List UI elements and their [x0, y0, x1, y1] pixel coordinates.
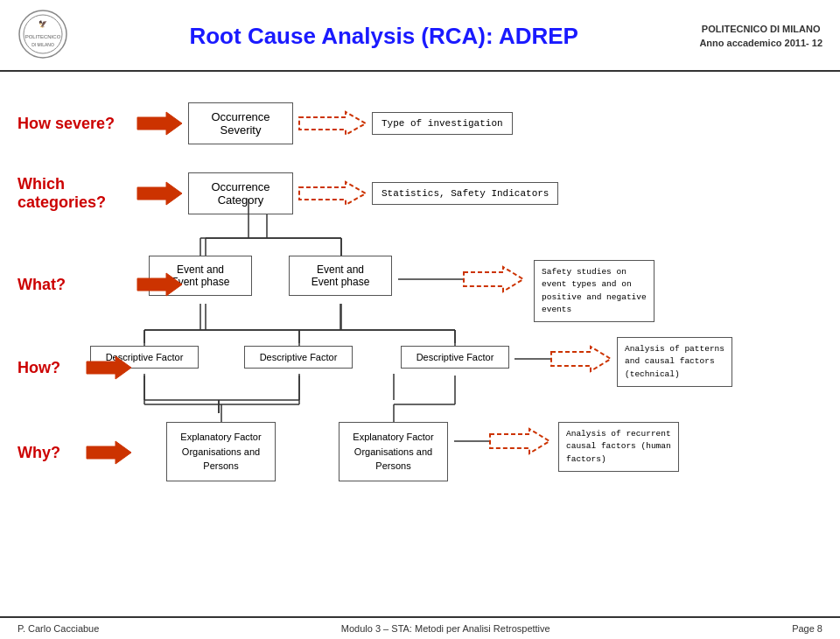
row-why: Why?: [18, 439, 137, 466]
info-type-investigation: Type of investigation: [372, 112, 513, 135]
row-what: What?: [18, 271, 188, 298]
question-how: How?: [18, 359, 80, 377]
footer-center: Modulo 3 – STA: Metodi per Analisi Retro…: [341, 623, 550, 634]
arrow-to-type: [298, 110, 368, 137]
institution-info: POLITECNICO DI MILANO Anno accademico 20…: [699, 22, 822, 51]
question-what: What?: [18, 276, 131, 294]
page-header: 🦅 POLITECNICO DI MILANO Root Cause Analy…: [0, 0, 840, 72]
svg-text:POLITECNICO: POLITECNICO: [25, 34, 61, 39]
arrow-row5: [85, 439, 133, 466]
question-why: Why?: [18, 444, 80, 462]
logo: 🦅 POLITECNICO DI MILANO: [18, 9, 68, 63]
box-occurrence-severity: OccurrenceSeverity: [188, 102, 293, 144]
svg-marker-22: [299, 112, 366, 135]
info-analysis-patterns: Analysis of patternsand causal factors(t…: [617, 337, 732, 387]
question-which-categories: Which categories?: [18, 175, 131, 212]
arrow-row4: [85, 355, 133, 381]
info-analysis-recurrent: Analysis of recurrentcausal factors (hum…: [558, 422, 679, 472]
svg-marker-27: [464, 267, 523, 291]
box-descriptive-factor-3: Descriptive Factor: [401, 346, 509, 369]
svg-marker-50: [490, 429, 550, 453]
box-occurrence-category: OccurrenceCategory: [188, 172, 293, 214]
svg-marker-48: [87, 441, 131, 464]
main-content: How severe? OccurrenceSeverity Type of i…: [0, 72, 840, 614]
box-explanatory-factor-2: Explanatory FactorOrganisations andPerso…: [339, 422, 448, 481]
page-title: Root Cause Analysis (RCA): ADREP: [68, 23, 699, 50]
row-which-categories: Which categories? OccurrenceCategory Sta…: [18, 172, 558, 214]
arrow-row2: [136, 180, 184, 207]
arrow-row3: [136, 271, 184, 298]
question-how-severe: How severe?: [18, 115, 131, 133]
page-footer: P. Carlo Cacciabue Modulo 3 – STA: Metod…: [0, 616, 840, 639]
footer-right: Page 8: [792, 623, 822, 634]
footer-left: P. Carlo Cacciabue: [18, 623, 99, 634]
arrow-to-stats: [298, 180, 368, 207]
svg-marker-25: [137, 273, 182, 296]
svg-marker-47: [551, 347, 611, 371]
info-stats-safety: Statistics, Safety Indicators: [372, 182, 558, 205]
svg-marker-21: [137, 112, 182, 135]
row-how: How?: [18, 355, 137, 381]
box-explanatory-factor-1: Explanatory FactorOrganisations andPerso…: [166, 422, 276, 481]
svg-text:🦅: 🦅: [38, 19, 47, 28]
row-how-severe: How severe? OccurrenceSeverity Type of i…: [18, 102, 513, 144]
svg-marker-45: [87, 356, 131, 379]
info-safety-studies: Safety studies onevent types and onposit…: [534, 260, 654, 322]
box-event-phase-right: Event andEvent phase: [289, 256, 392, 296]
arrow-row1: [136, 110, 184, 137]
svg-marker-23: [137, 182, 182, 205]
box-descriptive-factor-2: Descriptive Factor: [244, 346, 353, 369]
svg-text:DI MILANO: DI MILANO: [32, 42, 54, 47]
svg-marker-24: [299, 182, 366, 205]
